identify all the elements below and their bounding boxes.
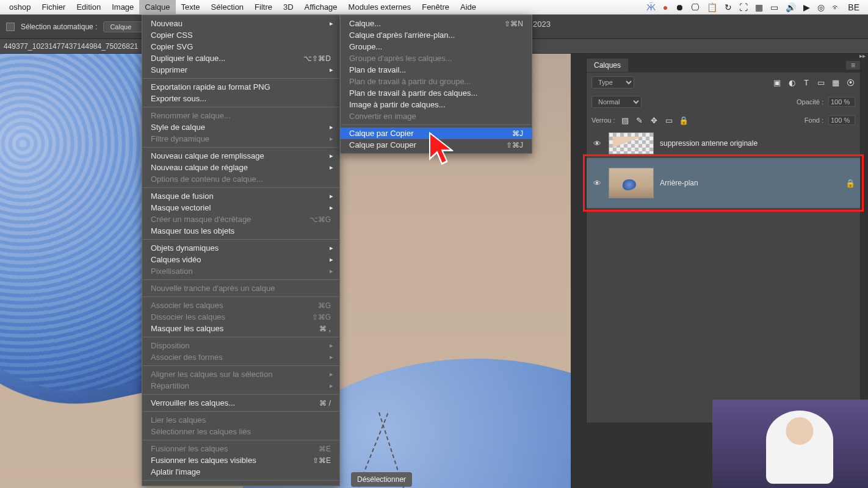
lock-pixels-icon[interactable]: ✎ bbox=[635, 115, 645, 125]
menu-item-label: Associer les calques bbox=[151, 301, 223, 310]
menu-item-label: Filtre dynamique bbox=[151, 134, 209, 143]
menu-item[interactable]: Fusionner les calques visibles⇧⌘E bbox=[142, 454, 339, 466]
menu-item[interactable]: Plan de travail à partir des calques... bbox=[341, 87, 532, 99]
menu-item[interactable]: Copier CSS bbox=[142, 29, 339, 41]
broadcast-icon[interactable]: ◎ bbox=[817, 2, 825, 12]
menu-item[interactable]: Groupe... bbox=[341, 41, 532, 52]
menu-item-label: Calques vidéo bbox=[151, 255, 201, 264]
menu-item[interactable]: Copier SVG bbox=[142, 41, 339, 52]
menu-item[interactable]: Calques vidéo bbox=[142, 254, 339, 265]
menu-aide[interactable]: Aide bbox=[455, 0, 482, 15]
play-icon[interactable]: ▶ bbox=[803, 2, 810, 12]
lock-transparent-icon[interactable]: ▨ bbox=[620, 115, 630, 125]
lock-position-icon[interactable]: ✥ bbox=[649, 115, 659, 125]
menu-item[interactable]: Dupliquer le calque...⌥⇧⌘D bbox=[142, 52, 339, 64]
visibility-icon[interactable]: 👁 bbox=[591, 139, 602, 148]
menu-texte[interactable]: Texte bbox=[176, 0, 206, 15]
menu-item[interactable]: Verrouiller les calques...⌘ / bbox=[142, 397, 339, 409]
menu-item-shortcut: ⌘E bbox=[304, 445, 331, 453]
menu-item[interactable]: Calque par Copier⌘J bbox=[341, 127, 532, 139]
menu-oshop[interactable]: oshop bbox=[4, 0, 36, 15]
filter-type-icon[interactable]: T bbox=[801, 77, 811, 87]
menu-item[interactable]: Objets dynamiques bbox=[142, 242, 339, 254]
lock-all-icon[interactable]: 🔒 bbox=[679, 115, 689, 125]
menu-item[interactable]: Plan de travail... bbox=[341, 64, 532, 76]
filter-adjust-icon[interactable]: ◐ bbox=[787, 77, 797, 87]
menu-item: Créer un masque d'écrêtage⌥⌘G bbox=[142, 214, 339, 225]
camera-icon[interactable]: ⏺ bbox=[675, 2, 684, 12]
menu-affichage[interactable]: Affichage bbox=[299, 0, 343, 15]
menu-item-label: Nouvelle tranche d'après un calque bbox=[151, 284, 275, 293]
lock-artboard-icon[interactable]: ▭ bbox=[664, 115, 674, 125]
lock-icon[interactable]: 🔒 bbox=[845, 179, 855, 188]
menu-item[interactable]: Masquer les calques⌘ , bbox=[142, 323, 339, 334]
menu-item[interactable]: Supprimer bbox=[142, 64, 339, 76]
wifi-icon[interactable]: ᯤ bbox=[832, 2, 841, 12]
binoculars-icon[interactable]: ⛶ bbox=[739, 2, 748, 12]
menu-item[interactable]: Exportation rapide au format PNG bbox=[142, 81, 339, 93]
layers-panel-tab[interactable]: Calques≡ bbox=[587, 58, 860, 73]
screen-icon[interactable]: ▭ bbox=[770, 2, 778, 12]
menu-sélection[interactable]: Sélection bbox=[206, 0, 249, 15]
menu-item-label: Aligner les calques sur la sélection bbox=[151, 370, 272, 379]
monitor-icon[interactable]: 🖵 bbox=[691, 2, 700, 12]
menu-item-label: Nouveau calque de réglage bbox=[151, 163, 248, 172]
menu-edition[interactable]: Edition bbox=[71, 0, 106, 15]
menu-item[interactable]: Style de calque bbox=[142, 121, 339, 133]
menu-3d[interactable]: 3D bbox=[278, 0, 299, 15]
menu-item[interactable]: Calque d'après l'arrière-plan... bbox=[341, 29, 532, 41]
menu-item-label: Exportation rapide au format PNG bbox=[151, 82, 270, 92]
butterfly-icon[interactable]: Ӝ bbox=[646, 2, 656, 12]
record-red-icon[interactable]: ● bbox=[663, 2, 668, 12]
menu-item-label: Groupe d'après les calques... bbox=[349, 54, 452, 63]
menu-item-label: Masquer les calques bbox=[151, 324, 223, 333]
menu-filtre[interactable]: Filtre bbox=[249, 0, 278, 15]
menu-item[interactable]: Masquer tous les objets bbox=[142, 225, 339, 237]
menu-item-shortcut: ⌘J bbox=[497, 129, 523, 138]
filter-toggle-icon[interactable]: ⦿ bbox=[845, 77, 855, 87]
be-icon[interactable]: BE bbox=[848, 2, 859, 12]
visibility-icon[interactable]: 👁 bbox=[591, 179, 602, 188]
volume-icon[interactable]: 🔊 bbox=[786, 2, 796, 12]
opacity-input[interactable] bbox=[828, 97, 855, 107]
panel-menu-icon[interactable]: ≡ bbox=[846, 61, 860, 70]
filter-smart-icon[interactable]: ▦ bbox=[831, 77, 841, 87]
menu-item[interactable]: Nouveau calque de remplissage bbox=[142, 150, 339, 162]
menu-item-label: Nouveau calque de remplissage bbox=[151, 151, 264, 160]
filter-shape-icon[interactable]: ▭ bbox=[816, 77, 826, 87]
fill-input[interactable] bbox=[828, 115, 855, 125]
menu-fenêtre[interactable]: Fenêtre bbox=[416, 0, 455, 15]
menu-item[interactable]: Masque de fusion bbox=[142, 190, 339, 202]
clipboard-icon[interactable]: 📋 bbox=[707, 2, 717, 12]
layer-thumbnail[interactable] bbox=[609, 132, 654, 154]
menu-item[interactable]: Masque vectoriel bbox=[142, 202, 339, 214]
lock-label: Verrou : bbox=[591, 117, 615, 124]
panel-collapse-icon[interactable]: ▸▸ bbox=[859, 52, 866, 59]
layer-kind-filter[interactable]: Type bbox=[591, 76, 634, 88]
menu-item: Filtre dynamique bbox=[142, 133, 339, 145]
layer-row[interactable]: 👁Arrière-plan🔒 bbox=[587, 158, 860, 208]
menu-calque[interactable]: NouveauCopier CSSCopier SVGDupliquer le … bbox=[142, 15, 340, 486]
menu-item[interactable]: Exporter sous... bbox=[142, 93, 339, 104]
menu-item[interactable]: Aplatir l'image bbox=[142, 466, 339, 478]
menu-image[interactable]: Image bbox=[106, 0, 139, 15]
menu-item[interactable]: Image à partir de calques... bbox=[341, 99, 532, 110]
menu-item[interactable]: Calque par Couper⇧⌘J bbox=[341, 139, 532, 151]
blend-mode-dropdown[interactable]: Normal bbox=[591, 96, 642, 108]
layer-row[interactable]: 👁suppression antenne originale bbox=[587, 129, 860, 158]
layer-thumbnail[interactable] bbox=[609, 168, 654, 198]
submenu-nouveau[interactable]: Calque...⇧⌘NCalque d'après l'arrière-pla… bbox=[340, 15, 532, 154]
menu-item-label: Fusionner les calques visibles bbox=[151, 456, 256, 465]
menu-fichier[interactable]: Fichier bbox=[36, 0, 71, 15]
grid-icon[interactable]: ▦ bbox=[755, 2, 763, 12]
menu-item[interactable]: Calque...⇧⌘N bbox=[341, 18, 532, 29]
filter-pixel-icon[interactable]: ▣ bbox=[772, 77, 782, 87]
menu-item[interactable]: Nouveau bbox=[142, 18, 339, 29]
menu-item-label: Options de contenu de calque... bbox=[151, 174, 263, 184]
auto-select-checkbox[interactable] bbox=[6, 23, 15, 31]
clock-icon[interactable]: ↻ bbox=[725, 2, 732, 12]
menu-modules externes[interactable]: Modules externes bbox=[343, 0, 417, 15]
menu-calque[interactable]: Calque bbox=[139, 0, 175, 15]
menu-item[interactable]: Nouveau calque de réglage bbox=[142, 162, 339, 173]
menu-item: Plan de travail à partir du groupe... bbox=[341, 76, 532, 87]
